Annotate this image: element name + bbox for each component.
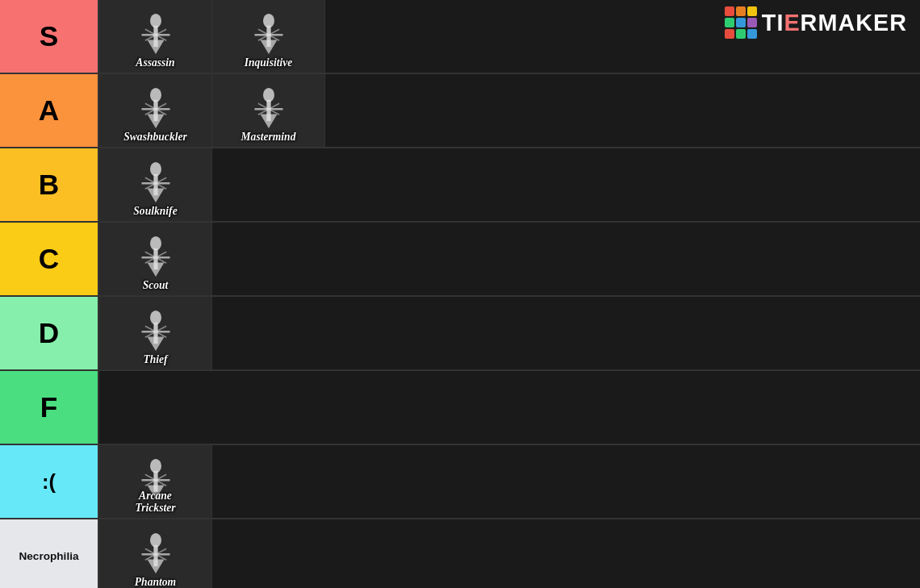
mastermind-label: Mastermind: [212, 128, 324, 147]
svg-marker-8: [260, 40, 277, 54]
page-container: TiERMAKER S: [0, 0, 920, 588]
tier-content-a: Swashbuckler Mastermind: [99, 74, 920, 147]
logo-cell: [736, 18, 746, 27]
svg-marker-20: [260, 114, 277, 128]
tier-content-b: Soulknife: [99, 148, 920, 221]
tier-content-d: Thief: [99, 297, 920, 369]
tier-content-sad: ArcaneTrickster: [99, 445, 920, 518]
tier-item-swashbuckler: Swashbuckler: [99, 74, 212, 147]
logo-cell: [747, 29, 757, 39]
tier-item-assassin: Assassin: [99, 0, 212, 73]
tier-item-thief: Thief: [99, 297, 212, 369]
tier-label-b: B: [0, 148, 99, 221]
tier-label-d: D: [0, 297, 99, 369]
tier-row-b: B Soulknife: [0, 148, 920, 223]
svg-marker-50: [147, 559, 164, 573]
tier-label-necrophilia: Necrophilia: [0, 519, 99, 588]
logo-cell: [725, 18, 734, 27]
tier-item-inquisitive: Inquisitive: [212, 0, 325, 73]
logo-cell: [736, 29, 746, 39]
tier-label-c: C: [0, 223, 99, 295]
tier-label-a: A: [0, 74, 99, 147]
tier-item-soulknife: Soulknife: [99, 148, 212, 221]
tier-item-phantom: Phantom: [99, 519, 212, 588]
logo-area: TiERMAKER: [725, 6, 907, 39]
tier-row-d: D Thief: [0, 297, 920, 371]
tiermaker-logo-text: TiERMAKER: [762, 10, 907, 36]
tier-item-mastermind: Mastermind: [212, 74, 325, 147]
tier-row-sad: :( ArcaneTrickster: [0, 445, 920, 519]
svg-marker-2: [147, 40, 164, 54]
svg-marker-38: [147, 336, 164, 351]
logo-cell: [747, 6, 757, 16]
inquisitive-label: Inquisitive: [212, 54, 324, 73]
logo-cell: [725, 6, 734, 16]
tier-content-necrophilia: Phantom: [99, 519, 920, 588]
phantom-label: Phantom: [99, 573, 211, 588]
tier-row-necrophilia: Necrophilia Phantom: [0, 519, 920, 588]
logo-cell: [736, 6, 746, 16]
tier-label-s: S: [0, 0, 99, 73]
svg-marker-26: [147, 188, 164, 202]
svg-marker-14: [147, 114, 164, 128]
tier-content-c: Scout: [99, 223, 920, 295]
tier-row-f: F: [0, 371, 920, 445]
soulknife-label: Soulknife: [99, 202, 211, 221]
tier-list: S Assassin: [0, 0, 920, 588]
tier-row-c: C Scout: [0, 223, 920, 297]
tier-label-f: F: [0, 371, 99, 444]
tier-content-f: [99, 371, 920, 444]
tier-row-a: A Swashbuckler: [0, 74, 920, 148]
svg-marker-32: [147, 262, 164, 277]
tier-item-scout: Scout: [99, 223, 212, 295]
arcane-trickster-label: ArcaneTrickster: [99, 487, 211, 518]
tier-item-arcane-trickster: ArcaneTrickster: [99, 445, 212, 518]
logo-cell: [747, 18, 757, 27]
thief-label: Thief: [99, 351, 211, 369]
scout-label: Scout: [99, 277, 211, 295]
logo-cell: [725, 29, 734, 39]
assassin-label: Assassin: [99, 54, 211, 73]
swashbuckler-label: Swashbuckler: [99, 128, 211, 147]
logo-grid: [725, 6, 757, 39]
tier-label-sad: :(: [0, 445, 99, 518]
